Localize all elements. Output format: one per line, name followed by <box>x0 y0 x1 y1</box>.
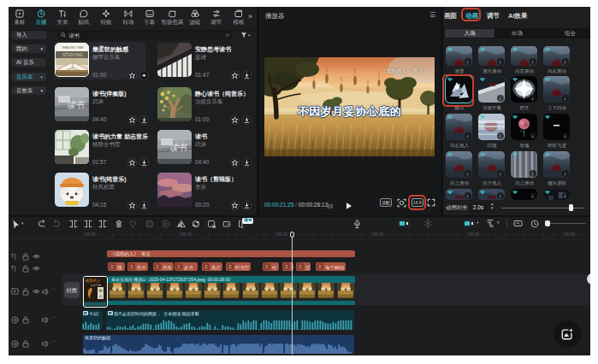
svg-text:的文字啊: 的文字啊 <box>91 284 101 287</box>
svg-text:人: 人 <box>98 294 103 298</box>
svg-text:READING TIME: READING TIME <box>62 46 84 50</box>
svg-text:读书: 读书 <box>67 100 85 109</box>
svg-text:难熬的人: 难熬的人 <box>85 277 101 282</box>
svg-text:的: 的 <box>98 288 103 293</box>
svg-text:读书: 读书 <box>169 143 187 152</box>
svg-text:STUDYING: STUDYING <box>62 53 83 57</box>
